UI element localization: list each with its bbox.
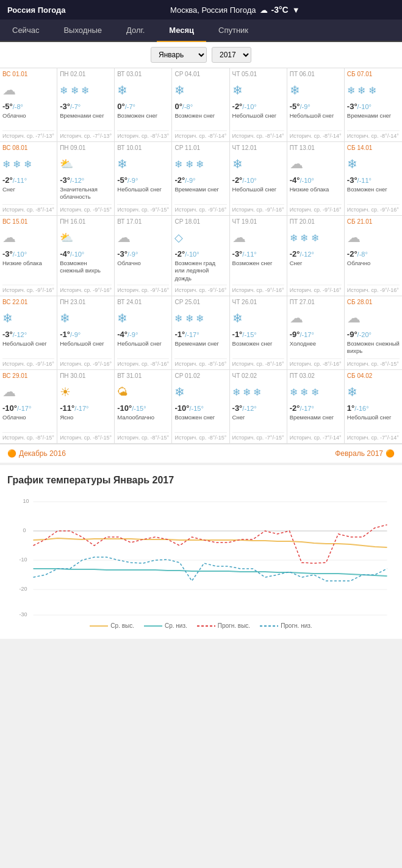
temp-high: -3° — [347, 102, 357, 111]
next-month-link[interactable]: Февраль 2017 🟠 — [335, 449, 395, 458]
temp-high: -3° — [2, 249, 13, 258]
historical-avg: Историч. ср. -7°/-13° — [2, 130, 54, 139]
weather-condition: Небольшой снег — [290, 112, 342, 128]
historical-avg: Историч. ср. -8°/-14° — [347, 130, 400, 139]
day-cell-ЧТ-05.01[interactable]: ЧТ 05.01 ❄ -2°/-10° Небольшой снег Истор… — [230, 68, 287, 141]
day-label: СБ 07.01 — [347, 71, 400, 77]
day-cell-ПТ-13.01[interactable]: ПТ 13.01 ☁ -4°/-10° Низкие облака Истори… — [287, 142, 345, 215]
day-cell-ВС-08.01[interactable]: ВС 08.01 ❄ ❄ ❄ -2°/-11° Снег Историч. ср… — [0, 142, 57, 215]
day-cell-СБ-14.01[interactable]: СБ 14.01 ❄ -3°/-11° Возможен снег Истори… — [345, 142, 402, 215]
location-info: Москва, Россия Погода ☁ -3°C ▼ — [76, 5, 395, 15]
tab-month[interactable]: Месяц — [157, 20, 206, 42]
day-cell-СР-04.01[interactable]: СР 04.01 ❄ 0°/-8° Возможен снег Историч.… — [172, 68, 229, 141]
day-cell-ВС-15.01[interactable]: ВС 15.01 ☁ -3°/-10° Низкие облака Истори… — [0, 216, 57, 296]
weather-icon: ❄ — [232, 81, 284, 99]
day-cell-СР-01.02[interactable]: СР 01.02 ❄ -10°/-15° Возможен снег Истор… — [172, 370, 229, 443]
weather-condition: Временами снег — [60, 112, 112, 128]
day-cell-ЧТ-02.02[interactable]: ЧТ 02.02 ❄ ❄ ❄ -3°/-12° Снег Историч. ср… — [230, 370, 287, 443]
temp-high: -5° — [117, 176, 127, 185]
day-cell-СБ-04.02[interactable]: СБ 04.02 ❄ 1°/-16° Небольшой снег Истори… — [345, 370, 402, 443]
day-label: ВТ 24.01 — [117, 299, 169, 305]
weather-icon: ❄ ❄ ❄ — [290, 383, 342, 401]
day-cell-ВТ-24.01[interactable]: ВТ 24.01 ❄ -4°/-9° Небольшой снег Истори… — [115, 296, 172, 369]
temp-low: /-10° — [242, 103, 256, 110]
day-label: ВТ 10.01 — [117, 144, 169, 151]
temp-display: -10°/-17° — [2, 404, 54, 413]
day-cell-СР-18.01[interactable]: СР 18.01 ◇ -2°/-10° Возможен град или ле… — [172, 216, 229, 296]
day-cell-ВТ-17.01[interactable]: ВТ 17.01 ☁ -3°/-9° Облачно Историч. ср. … — [115, 216, 172, 296]
day-cell-ВС-22.01[interactable]: ВС 22.01 ❄ -3°/-12° Небольшой снег Истор… — [0, 296, 57, 369]
month-select[interactable]: ЯнварьФевральМарт АпрельМайИюнь ИюльАвгу… — [151, 47, 207, 63]
day-cell-ПТ-06.01[interactable]: ПТ 06.01 ❄ -5°/-9° Небольшой снег Истори… — [287, 68, 345, 141]
dropdown-icon[interactable]: ▼ — [292, 5, 300, 15]
temp-high: -2° — [232, 176, 243, 185]
year-select[interactable]: 2015201620172018 — [212, 47, 251, 63]
temp-display: -9°/-20° — [347, 330, 400, 339]
day-cell-ВС-29.01[interactable]: ВС 29.01 ☁ -10°/-17° Облачно Историч. ср… — [0, 370, 57, 443]
temp-high: -1° — [174, 330, 185, 339]
day-label: ВС 15.01 — [2, 218, 54, 225]
tab-long[interactable]: Долг. — [114, 20, 157, 41]
temp-display: -2°/-12° — [290, 249, 342, 258]
day-cell-ПТ-20.01[interactable]: ПТ 20.01 ❄ ❄ ❄ -2°/-12° Снег Историч. ср… — [287, 216, 345, 296]
historical-avg: Историч. ср. -8°/-16° — [117, 358, 169, 367]
weather-icon: 🌤 — [117, 383, 169, 401]
prev-month-link[interactable]: 🟠 Декабрь 2016 — [7, 449, 66, 458]
temp-high: -4° — [290, 176, 300, 185]
temp-low: /-20° — [357, 331, 371, 338]
day-cell-ВС-01.01[interactable]: ВС 01.01 ☁ -5°/-8° Облачно Историч. ср. … — [0, 68, 57, 141]
tab-seychas[interactable]: Сейчас — [0, 20, 51, 41]
historical-avg: Историч. ср. -8°/-14° — [174, 130, 226, 139]
weather-icon: ❄ ❄ ❄ — [174, 155, 226, 173]
day-cell-ПН-30.01[interactable]: ПН 30.01 ☀ -11°/-17° Ясно Историч. ср. -… — [57, 370, 115, 443]
day-cell-ВТ-10.01[interactable]: ВТ 10.01 ❄ -5°/-9° Небольшой снег Истори… — [115, 142, 172, 215]
day-cell-СБ-21.01[interactable]: СБ 21.01 ☁ -2°/-8° Облачно Историч. ср. … — [345, 216, 402, 296]
site-name: Россия Погода — [7, 5, 66, 15]
temp-display: -2°/-10° — [232, 176, 284, 185]
day-cell-ПН-09.01[interactable]: ПН 09.01 ⛅ -3°/-12° Значительная облачно… — [57, 142, 115, 215]
temp-display: -9°/-17° — [290, 330, 342, 339]
temp-low: /-8° — [182, 103, 193, 110]
calendar: ВС 01.01 ☁ -5°/-8° Облачно Историч. ср. … — [0, 68, 402, 444]
svg-text:0: 0 — [23, 527, 26, 533]
historical-avg: Историч. ср. -9°/-16° — [174, 204, 226, 213]
weather-condition: Небольшой снег — [232, 186, 284, 202]
historical-avg: Историч. ср. -9°/-16° — [290, 285, 342, 293]
temp-high: -2° — [290, 404, 300, 413]
day-cell-СБ-28.01[interactable]: СБ 28.01 ☁ -9°/-20° Возможен снежный вих… — [345, 296, 402, 369]
day-cell-ПТ-27.01[interactable]: ПТ 27.01 ☁ -9°/-17° Холоднее Историч. ср… — [287, 296, 345, 369]
temp-high: -3° — [2, 330, 13, 339]
day-label: ПН 09.01 — [60, 144, 112, 151]
day-cell-ПН-16.01[interactable]: ПН 16.01 ⛅ -4°/-10° Возможен снежный вих… — [57, 216, 115, 296]
temp-high: -10° — [2, 404, 17, 413]
day-cell-ВТ-31.01[interactable]: ВТ 31.01 🌤 -10°/-15° Малооблачно Историч… — [115, 370, 172, 443]
temp-high: -11° — [60, 404, 74, 413]
day-label: СБ 04.02 — [347, 372, 400, 379]
weather-icon: ❄ ❄ ❄ — [347, 81, 400, 99]
tab-satellite[interactable]: Спутник — [206, 20, 260, 41]
day-label: ВТ 03.01 — [117, 71, 169, 77]
day-cell-ЧТ-19.01[interactable]: ЧТ 19.01 ☁ -3°/-11° Возможен снег Истори… — [230, 216, 287, 296]
day-cell-ПН-23.01[interactable]: ПН 23.01 ❄ -1°/-9° Небольшой снег Истори… — [57, 296, 115, 369]
day-cell-ПТ-03.02[interactable]: ПТ 03.02 ❄ ❄ ❄ -2°/-17° Временами снег И… — [287, 370, 345, 443]
day-cell-ВТ-03.01[interactable]: ВТ 03.01 ❄ 0°/-7° Возможен снег Историч.… — [115, 68, 172, 141]
weather-icon: ❄ — [117, 309, 169, 327]
day-cell-СБ-07.01[interactable]: СБ 07.01 ❄ ❄ ❄ -3°/-10° Временами снег И… — [345, 68, 402, 141]
weather-condition: Возможен снежный вихрь — [60, 260, 112, 282]
temp-display: -10°/-15° — [117, 404, 169, 413]
temp-low: /-12° — [242, 405, 256, 412]
day-cell-СР-11.01[interactable]: СР 11.01 ❄ ❄ ❄ -2°/-9° Временами снег Ис… — [172, 142, 229, 215]
temp-high: -5° — [290, 102, 300, 111]
day-label: СР 01.02 — [174, 372, 226, 379]
weather-icon: ❄ — [290, 81, 342, 99]
temp-low: /-12° — [300, 251, 314, 258]
day-cell-ПН-02.01[interactable]: ПН 02.01 ❄ ❄ ❄ -3°/-7° Временами снег Ис… — [57, 68, 115, 141]
day-cell-СР-25.01[interactable]: СР 25.01 ❄ ❄ ❄ -1°/-17° Временами снег И… — [172, 296, 229, 369]
weather-condition: Небольшой снег — [117, 186, 169, 202]
temp-high: 1° — [347, 404, 354, 413]
legend-avg-low: Ср. низ. — [144, 622, 187, 629]
day-cell-ЧТ-12.01[interactable]: ЧТ 12.01 ❄ -2°/-10° Небольшой снег Истор… — [230, 142, 287, 215]
temp-high: -3° — [117, 249, 127, 258]
tab-weekends[interactable]: Выходные — [51, 20, 114, 41]
day-cell-ЧТ-26.01[interactable]: ЧТ 26.01 ❄ -1°/-15° Возможен снег Истори… — [230, 296, 287, 369]
